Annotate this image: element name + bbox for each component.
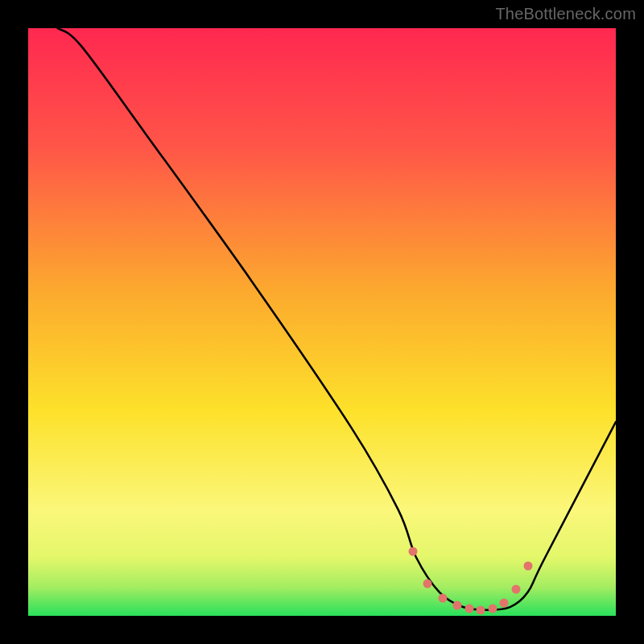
chart-frame: TheBottleneck.com bbox=[0, 0, 644, 644]
optimal-dot bbox=[523, 561, 532, 570]
plot-area bbox=[28, 28, 616, 616]
watermark-text: TheBottleneck.com bbox=[495, 5, 636, 23]
optimal-dot bbox=[511, 585, 520, 594]
optimal-dot bbox=[409, 547, 418, 555]
optimal-dot bbox=[488, 604, 497, 613]
optimal-dot bbox=[423, 579, 432, 588]
optimal-dot bbox=[438, 594, 447, 603]
optimal-dot bbox=[477, 605, 485, 614]
optimal-range-dots bbox=[28, 28, 616, 616]
optimal-dot bbox=[464, 605, 473, 613]
optimal-dot bbox=[500, 598, 509, 607]
optimal-dot bbox=[452, 601, 461, 609]
